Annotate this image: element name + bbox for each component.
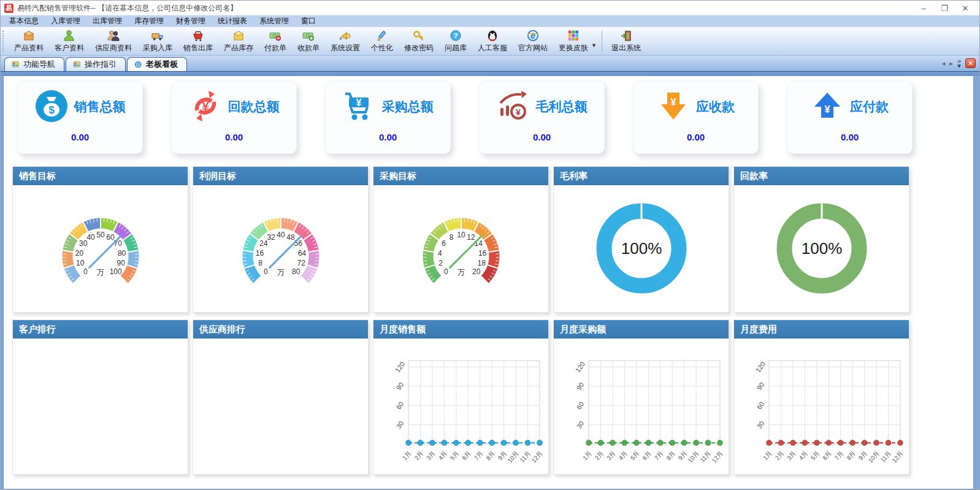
svg-text:50: 50 <box>96 231 105 239</box>
svg-text:72: 72 <box>297 258 305 267</box>
donut-chart: 100% <box>734 185 909 312</box>
menu-item-7[interactable]: 窗口 <box>295 15 322 28</box>
menu-item-0[interactable]: 基本信息 <box>3 15 45 28</box>
menu-item-3[interactable]: 库存管理 <box>128 15 170 28</box>
menu-item-6[interactable]: 系统管理 <box>253 15 295 28</box>
panel-title: 月度采购额 <box>554 320 729 339</box>
toolbar-button-label: 官方网站 <box>518 43 548 53</box>
menu-item-1[interactable]: 入库管理 <box>45 15 86 28</box>
tab-操作指引[interactable]: 操作指引 <box>66 57 126 71</box>
svg-text:4月: 4月 <box>437 450 448 461</box>
svg-text:2月: 2月 <box>774 450 785 461</box>
svg-text:5月: 5月 <box>629 450 640 461</box>
toolbar-button-3[interactable]: 采购入库 <box>137 28 178 54</box>
tab-功能导航[interactable]: 功能导航 <box>4 57 64 71</box>
panel-采购目标: 采购目标02468101214161820万 <box>373 166 549 313</box>
svg-text:120: 120 <box>754 360 767 373</box>
menu-item-2[interactable]: 出库管理 <box>86 15 128 28</box>
svg-text:1月: 1月 <box>401 450 412 461</box>
window-controls: –❐✕ <box>913 1 976 15</box>
toolbar-button-label: 付款单 <box>264 43 286 53</box>
nav-map-icon <box>72 60 82 69</box>
svg-text:12月: 12月 <box>530 450 544 464</box>
toolbar-button-13[interactable]: e官方网站 <box>513 28 553 54</box>
kpi-card-label: 采购总额 <box>382 98 434 115</box>
tab-scroll-controls: ◂▸»▾✕ <box>942 58 976 68</box>
panel-回款率: 回款率100% <box>733 166 909 313</box>
svg-text:60: 60 <box>575 400 586 410</box>
panel-供应商排行: 供应商排行 <box>193 320 369 475</box>
svg-text:¥: ¥ <box>670 96 676 108</box>
tab-scroll-left-icon[interactable]: ◂ <box>942 59 946 67</box>
toolbar-button-6[interactable]: 付款单 <box>259 28 292 54</box>
svg-text:4月: 4月 <box>618 450 629 461</box>
svg-text:1月: 1月 <box>581 450 592 461</box>
website-icon: e <box>526 29 540 42</box>
svg-text:0: 0 <box>83 267 87 275</box>
kpi-card-4: ¥应收款0.00 <box>633 81 759 154</box>
supplier-icon <box>107 29 120 42</box>
toolbar-button-label: 修改密码 <box>404 43 434 53</box>
svg-text:3月: 3月 <box>786 450 797 461</box>
svg-text:0: 0 <box>263 267 267 275</box>
toolbar-button-12[interactable]: 人工客服 <box>472 28 513 54</box>
svg-text:18: 18 <box>477 258 486 267</box>
svg-text:16: 16 <box>255 248 264 257</box>
receipt-note-icon <box>302 29 315 42</box>
kpi-card-1: ¥回款总额0.00 <box>171 81 297 154</box>
panel-title: 销售目标 <box>13 167 188 185</box>
toolbar-button-8[interactable]: 系统设置 <box>325 28 366 54</box>
toolbar-button-label: 供应商资料 <box>95 43 132 53</box>
svg-text:60: 60 <box>756 400 766 410</box>
toolbar-button-4[interactable]: 销售出库 <box>178 28 218 54</box>
toolbar-button-14[interactable]: 更换皮肤 <box>553 28 594 54</box>
tab-老板看板[interactable]: 老板看板 <box>127 57 187 71</box>
panel-title: 采购目标 <box>373 167 548 185</box>
svg-text:120: 120 <box>574 360 586 373</box>
svg-text:$: $ <box>48 104 55 116</box>
svg-text:¥: ¥ <box>824 104 830 115</box>
kpi-card-value: 0.00 <box>177 132 291 142</box>
toolbar-button-0[interactable]: 产品资料 <box>9 28 49 54</box>
gauge-chart: 0102030405060708090100万 <box>13 185 188 312</box>
toolbar-button-1[interactable]: 客户资料 <box>49 28 90 54</box>
tab-label: 老板看板 <box>146 59 178 70</box>
line-chart: 3060901201月2月3月4月5月6月7月8月9月10月11月12月 <box>373 339 548 474</box>
panel-销售目标: 销售目标0102030405060708090100万 <box>12 166 188 313</box>
svg-text:16: 16 <box>478 248 486 257</box>
svg-text:¥: ¥ <box>515 107 521 117</box>
purchase-truck-icon <box>151 29 164 42</box>
tab-scroll-right-icon[interactable]: ▸ <box>949 59 953 67</box>
menu-item-5[interactable]: 统计报表 <box>212 15 253 28</box>
kpi-card-value: 0.00 <box>792 132 907 142</box>
panel-body <box>13 339 188 474</box>
svg-text:10月: 10月 <box>507 450 520 464</box>
svg-text:11月: 11月 <box>518 450 532 464</box>
svg-text:3月: 3月 <box>605 450 616 461</box>
tab-more-icon[interactable]: »▾ <box>957 58 961 68</box>
skin-dropdown-caret[interactable]: ▼ <box>591 42 597 48</box>
toolbar-button-5[interactable]: 产品库存 <box>218 28 259 54</box>
kpi-card-label: 应付款 <box>850 98 889 115</box>
toolbar-button-label: 系统设置 <box>331 43 360 53</box>
toolbar-button-10[interactable]: 修改密码 <box>399 28 439 54</box>
toolbar-button-9[interactable]: 个性化 <box>366 28 399 54</box>
svg-text:7月: 7月 <box>473 450 484 461</box>
refresh-yen-icon: ¥ <box>189 90 222 123</box>
kpi-card-label: 应收款 <box>696 98 735 115</box>
password-key-icon <box>412 29 426 42</box>
maximize-icon[interactable]: ❐ <box>934 1 955 15</box>
menu-item-4[interactable]: 财务管理 <box>170 15 212 28</box>
toolbar-button-11[interactable]: ?问题库 <box>439 28 472 54</box>
minimize-icon[interactable]: – <box>913 1 934 15</box>
customer-icon <box>63 29 76 42</box>
app-window: 易 易特汽配销售管理软件-- 【请在基本信息，公司信息中修改公司名】 –❐✕ 基… <box>0 0 980 490</box>
svg-text:6月: 6月 <box>641 450 652 461</box>
toolbar-button-7[interactable]: 收款单 <box>292 28 325 54</box>
tab-close-button[interactable]: ✕ <box>965 58 976 68</box>
toolbar-button-15[interactable]: 退出系统 <box>606 28 646 54</box>
svg-text:90: 90 <box>756 381 766 391</box>
close-icon[interactable]: ✕ <box>955 1 976 15</box>
toolbar-button-2[interactable]: 供应商资料 <box>90 28 137 54</box>
toolbar-button-label: 产品资料 <box>14 43 44 53</box>
